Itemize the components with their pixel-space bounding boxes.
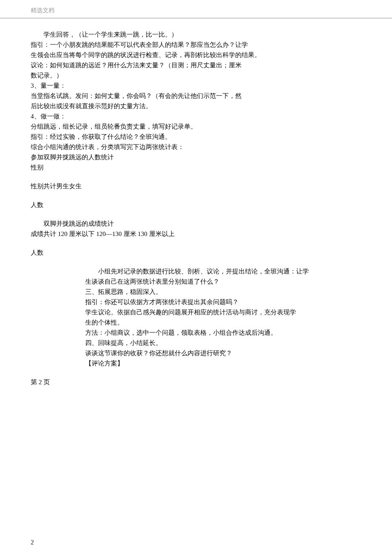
paragraph: 4、做一做： — [31, 111, 361, 121]
document-header: 精选文档 — [0, 0, 392, 18]
paragraph: 生谈谈自己在这两张统计表里分别知道了什么？ — [85, 276, 361, 287]
paragraph: 双脚并拢跳远的成绩统计 — [31, 219, 361, 229]
paragraph: 指引：经过实验，你获取了什么结论？全班沟通。 — [31, 132, 361, 142]
page-indicator: 第 2 页 — [31, 377, 361, 387]
paragraph: 方法：小组商议，选中一个问题，领取表格，小组合作达成后沟通。 — [85, 328, 361, 338]
paragraph: 综合小组沟通的统计表，分类填写完下边两张统计表： — [31, 142, 361, 152]
document-content: 学生回答，（让一个学生来跳一跳，比一比。） 指引：一个小朋友跳的结果能不可以代表… — [0, 18, 392, 387]
paragraph: 生领会出应当将每个同学的跳的状况进行检查、记录，再剖析比较出科学的结果。 — [31, 50, 361, 60]
paragraph: 人数 — [31, 247, 361, 258]
paragraph: 分组跳远，组长记录，组员轮番负责丈量，填写好记录单。 — [31, 121, 361, 132]
header-title: 精选文档 — [31, 7, 55, 14]
paragraph: 【评论方案】 — [85, 358, 361, 368]
footer-page-number: 2 — [31, 537, 34, 547]
paragraph: 数记录。） — [31, 70, 361, 81]
paragraph: 三、拓展思路，稳固深入。 — [85, 287, 361, 297]
paragraph: 后比较出或没有就直接示范好的丈量方法。 — [31, 101, 361, 111]
paragraph: 人数 — [31, 200, 361, 210]
paragraph: 四、回味提高，小结延长。 — [85, 338, 361, 348]
paragraph: 3、量一量： — [31, 81, 361, 91]
paragraph: 生的个体性。 — [85, 317, 361, 328]
paragraph: 指引：一个小朋友跳的结果能不可以代表全部人的结果？那应当怎么办？让学 — [31, 40, 361, 50]
paragraph: 学生议论。依据自己感兴趣的问题展开相应的统计活动与商讨，充分表现学 — [85, 307, 361, 317]
paragraph: 成绩共计 120 厘米以下 120—130 厘米 130 厘米以上 — [31, 229, 361, 239]
paragraph: 议论：如何知道跳的远近？用什么方法来丈量？（目测；用尺丈量出；厘米 — [31, 60, 361, 70]
paragraph: 小组先对记录的数据进行比较、剖析、议论，并提出结论，全班沟通：让学 — [85, 266, 361, 276]
paragraph: 性别 — [31, 162, 361, 173]
paragraph: 学生回答，（让一个学生来跳一跳，比一比。） — [31, 29, 361, 40]
paragraph: 当堂指名试跳。发问：如何丈量，你会吗？（有会的先让他们示范一下，然 — [31, 91, 361, 101]
paragraph: 指引：你还可以依据方才两张统计表提出其余问题吗？ — [85, 297, 361, 307]
paragraph: 参加双脚并拢跳远的人数统计 — [31, 152, 361, 162]
paragraph: 谈谈这节课你的收获？你还想就什么内容进行研究？ — [85, 348, 361, 358]
paragraph: 性别共计男生女生 — [31, 181, 361, 191]
indented-section: 小组先对记录的数据进行比较、剖析、议论，并提出结论，全班沟通：让学 生谈谈自己在… — [31, 266, 361, 368]
